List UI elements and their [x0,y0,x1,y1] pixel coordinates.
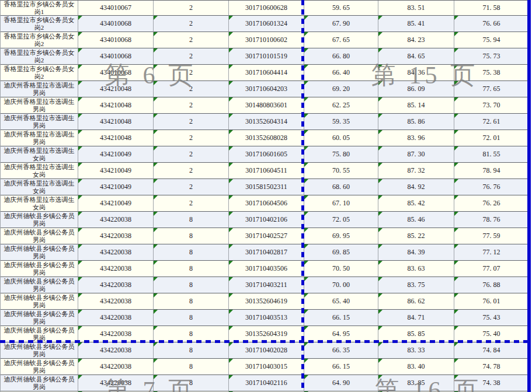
cell-position-code[interactable]: 434220038 [78,359,154,375]
cell-position-name[interactable]: 香格里拉市乡镇公务员女岗2 [1,32,78,48]
cell-score-interview[interactable]: 83. 75 [378,277,454,293]
cell-score-written[interactable]: 65. 40 [304,293,378,310]
cell-score-written[interactable]: 66. 15 [304,310,378,326]
cell-position-name[interactable]: 迪庆州香格里拉市选调生女岗 [1,179,78,195]
cell-quantity[interactable]: 2 [154,114,229,130]
cell-position-name[interactable]: 迪庆州香格里拉市选调生女岗 [1,195,78,212]
cell-quantity[interactable]: 8 [154,310,229,326]
cell-score-written[interactable]: 62. 25 [304,97,378,114]
cell-position-name[interactable]: 迪庆州香格里拉市选调生男岗 [1,130,78,146]
cell-exam-number[interactable]: 301710101519 [229,48,304,65]
cell-score-final[interactable]: 74. 84 [454,342,529,359]
cell-score-written[interactable]: 67. 65 [304,32,378,48]
cell-score-final[interactable]: 75. 43 [454,310,529,326]
cell-score-written[interactable]: 68. 60 [304,179,378,195]
cell-position-code[interactable]: 434210048 [78,130,154,146]
cell-score-final[interactable]: 78. 94 [454,163,529,179]
cell-quantity[interactable]: 8 [154,244,229,261]
cell-exam-number[interactable]: 301710604511 [229,163,304,179]
cell-position-name[interactable]: 迪庆州香格里拉市选调生女岗 [1,146,78,163]
cell-score-final[interactable]: 76. 26 [454,195,529,212]
cell-score-interview[interactable]: 83. 40 [378,359,454,375]
cell-exam-number[interactable]: 301710600628 [229,1,304,16]
cell-quantity[interactable]: 8 [154,359,229,375]
cell-score-final[interactable]: 76. 01 [454,293,529,310]
cell-position-name[interactable]: 迪庆州德钦县乡镇公务员男岗 [1,212,78,228]
cell-exam-number[interactable]: 301710402028 [229,342,304,359]
cell-position-code[interactable]: 434220038 [78,261,154,277]
cell-position-name[interactable]: 香格里拉市乡镇公务员女岗2 [1,48,78,65]
cell-position-name[interactable]: 迪庆州香格里拉市选调生男岗 [1,81,78,97]
cell-score-final[interactable]: 76. 66 [454,16,529,32]
cell-quantity[interactable]: 8 [154,342,229,359]
cell-position-code[interactable]: 434010067 [78,1,154,16]
cell-score-interview[interactable]: 84. 39 [378,244,454,261]
cell-position-name[interactable]: 香格里拉市乡镇公务员女岗1 [1,1,78,16]
cell-position-name[interactable]: 迪庆州德钦县乡镇公务员男岗 [1,228,78,244]
cell-score-interview[interactable]: 85. 42 [378,195,454,212]
cell-exam-number[interactable]: 301581502311 [229,179,304,195]
cell-position-code[interactable]: 434210049 [78,146,154,163]
cell-score-interview[interactable]: 84. 71 [378,310,454,326]
cell-score-written[interactable]: 59. 35 [304,114,378,130]
cell-score-final[interactable]: 77. 59 [454,228,529,244]
cell-exam-number[interactable]: 301710403211 [229,277,304,293]
cell-exam-number[interactable]: 301710403513 [229,310,304,326]
cell-score-final[interactable]: 74. 78 [454,359,529,375]
cell-score-interview[interactable]: 83. 63 [378,261,454,277]
cell-exam-number[interactable]: 301710403015 [229,359,304,375]
cell-score-written[interactable]: 66. 15 [304,359,378,375]
cell-quantity[interactable]: 8 [154,277,229,293]
cell-score-interview[interactable]: 84. 92 [378,179,454,195]
cell-score-final[interactable]: 72. 01 [454,130,529,146]
cell-quantity[interactable]: 8 [154,261,229,277]
cell-score-written[interactable]: 66. 40 [304,65,378,81]
cell-exam-number[interactable]: 301710601605 [229,146,304,163]
cell-position-name[interactable]: 迪庆州德钦县乡镇公务员男岗 [1,310,78,326]
cell-quantity[interactable]: 8 [154,293,229,310]
cell-score-interview[interactable]: 83. 51 [378,1,454,16]
cell-exam-number[interactable]: 301710402116 [229,375,304,391]
cell-exam-number[interactable]: 301352604314 [229,114,304,130]
cell-position-code[interactable]: 434210049 [78,163,154,179]
cell-quantity[interactable]: 8 [154,228,229,244]
cell-exam-number[interactable]: 301710402817 [229,244,304,261]
cell-position-code[interactable]: 434220038 [78,310,154,326]
cell-position-code[interactable]: 434010068 [78,16,154,32]
cell-exam-number[interactable]: 301710402106 [229,212,304,228]
cell-score-written[interactable]: 72. 05 [304,212,378,228]
cell-position-name[interactable]: 迪庆州德钦县乡镇公务员男岗 [1,277,78,293]
cell-quantity[interactable]: 8 [154,212,229,228]
cell-score-final[interactable]: 72. 61 [454,114,529,130]
cell-score-final[interactable]: 78. 76 [454,212,529,228]
cell-position-name[interactable]: 迪庆州德钦县乡镇公务员男岗 [1,293,78,310]
cell-score-written[interactable]: 70. 55 [304,163,378,179]
cell-position-code[interactable]: 434220038 [78,293,154,310]
cell-score-interview[interactable]: 86. 62 [378,293,454,310]
cell-score-written[interactable]: 66. 80 [304,48,378,65]
cell-score-final[interactable]: 75. 94 [454,32,529,48]
cell-score-written[interactable]: 70. 00 [304,277,378,293]
cell-position-code[interactable]: 434210048 [78,114,154,130]
cell-score-interview[interactable]: 85. 41 [378,16,454,32]
cell-position-code[interactable]: 434010068 [78,32,154,48]
cell-score-interview[interactable]: 84. 23 [378,32,454,48]
cell-exam-number[interactable]: 301710604203 [229,81,304,97]
cell-position-name[interactable]: 迪庆州德钦县乡镇公务员男岗 [1,359,78,375]
cell-position-code[interactable]: 434220038 [78,228,154,244]
cell-quantity[interactable]: 2 [154,16,229,32]
cell-position-name[interactable]: 迪庆州香格里拉市选调生女岗 [1,163,78,179]
cell-position-name[interactable]: 迪庆州德钦县乡镇公务员男岗 [1,261,78,277]
cell-quantity[interactable]: 2 [154,195,229,212]
cell-score-written[interactable]: 75. 80 [304,146,378,163]
cell-score-written[interactable]: 69. 95 [304,228,378,244]
cell-exam-number[interactable]: 301710604414 [229,65,304,81]
cell-exam-number[interactable]: 301710604506 [229,195,304,212]
cell-exam-number[interactable]: 301352608028 [229,130,304,146]
cell-position-name[interactable]: 香格里拉市乡镇公务员女岗2 [1,16,78,32]
cell-position-code[interactable]: 434220038 [78,244,154,261]
cell-score-interview[interactable]: 85. 22 [378,228,454,244]
cell-position-code[interactable]: 434220038 [78,342,154,359]
cell-quantity[interactable]: 2 [154,179,229,195]
cell-quantity[interactable]: 2 [154,130,229,146]
